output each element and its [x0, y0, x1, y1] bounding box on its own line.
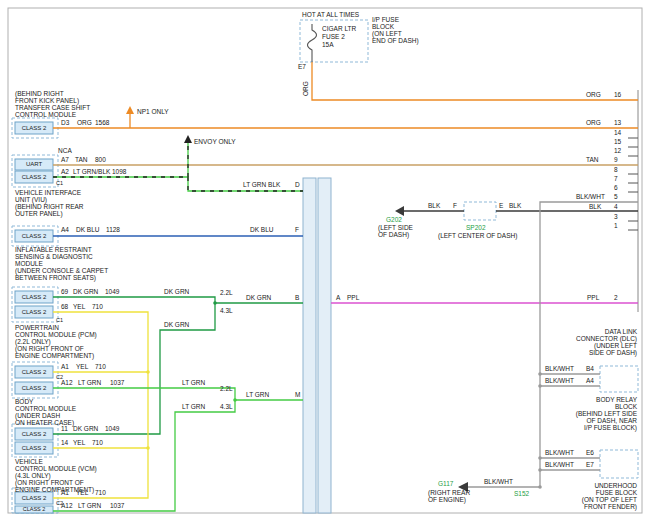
dlc-pin1-number: 1: [614, 222, 618, 229]
sdm-pin: A4: [61, 226, 69, 233]
tcase-class2-box-label: CLASS 2: [15, 122, 53, 134]
vcm-circuit1: 1049: [105, 425, 119, 432]
vcm-class2-box1-label: CLASS 2: [15, 428, 53, 440]
tcase-circuit-number: 1568: [95, 119, 109, 126]
viu-class2-box-label: CLASS 2: [15, 171, 53, 183]
bcm-wire1-label: YEL: [76, 363, 88, 370]
sp202-pin-f: F: [453, 202, 457, 209]
wiring-diagram-page: HOT AT ALL TIMES CIGAR LTR FUSE 2 15A I/…: [0, 0, 650, 521]
uh-pin2: E7: [586, 461, 594, 468]
bottom-circuit2: 1037: [110, 502, 124, 509]
uh-pin1: E6: [586, 449, 594, 456]
dlc-pin7-number: 7: [614, 175, 618, 182]
pcm-connector-id: C1: [56, 317, 63, 324]
fuse-rating: 15A: [322, 41, 334, 48]
pcm-circuit1: 1049: [105, 288, 119, 295]
tcase-pin: D3: [61, 119, 69, 126]
dlc-d-pin: D: [295, 181, 300, 188]
dlc-a-pin: A: [336, 294, 340, 301]
dlc-pin4-wire-label: BLK: [589, 203, 601, 210]
uh-wire2-label: BLK/WHT: [545, 461, 574, 468]
bcm-pin1: A1: [61, 363, 69, 370]
branch-4-3l-label-dkgrn: 4.3L: [220, 307, 233, 314]
dlc-pin16-number: 16: [614, 91, 621, 98]
dlc-pin2-number: 2: [614, 294, 618, 301]
vcm-wire1-label: DK GRN: [73, 425, 98, 432]
vcm-circuit2: 710: [92, 439, 103, 446]
bottom-wire1-label: YEL: [76, 489, 88, 496]
org-vertical-wire-label: ORG: [302, 81, 309, 96]
dlc-pin5-number: 5: [614, 193, 618, 200]
s152-splice-link[interactable]: S152: [514, 490, 529, 497]
pcm-pin1: 69: [61, 288, 68, 295]
bcm-circuit2: 1037: [110, 379, 124, 386]
bcm-wire2-label: LT GRN: [78, 379, 101, 386]
viu-pin1: A7: [61, 156, 69, 163]
dkgrn-branch-label-upper: DK GRN: [164, 288, 189, 295]
bottom-pin2: A12: [61, 502, 73, 509]
sdm-module-label: INFLATABLE RESTRAINT SENSING & DIAGNOSTI…: [15, 246, 108, 281]
pcm-wire1-label: DK GRN: [73, 288, 98, 295]
pcm-module-label: POWERTRAIN CONTROL MODULE (PCM) (2.2L ON…: [15, 324, 97, 359]
sdm-class2-box-label: CLASS 2: [15, 230, 53, 242]
dlc-m-wire-label: LT GRN: [246, 391, 269, 398]
g202-location-label: (LEFT SIDE OF DASH): [378, 224, 413, 238]
dlc-pin14-number: 14: [614, 129, 621, 136]
pcm-circuit2: 710: [92, 303, 103, 310]
bottom-class2-box2-label: CLASS 2: [15, 506, 53, 513]
relay-wire1-label: BLK/WHT: [545, 365, 574, 372]
bcm-circuit1: 710: [95, 363, 106, 370]
dlc-pin13-wire-label: ORG: [586, 119, 601, 126]
ltgrn-branch-label-upper: LT GRN: [182, 379, 205, 386]
sdm-wire-label: DK BLU: [76, 226, 99, 233]
sp202-location-label: (LEFT CENTER OF DASH): [438, 232, 517, 239]
dlc-f-pin: F: [295, 226, 299, 233]
dlc-pin9-number: 9: [614, 156, 618, 163]
vcm-wire2-label: YEL: [73, 439, 85, 446]
relay-wire2-label: BLK/WHT: [545, 377, 574, 384]
dlc-pin15-number: 15: [614, 138, 621, 145]
dlc-pin3-number: 3: [614, 213, 618, 220]
vcm-module-label: VEHICLE CONTROL MODULE (VCM) (4.3L ONLY)…: [15, 458, 97, 493]
pcm-pin2: 68: [61, 303, 68, 310]
underhood-fuse-block-label: UNDERHOOD FUSE BLOCK (ON TOP OF LEFT FRO…: [582, 482, 637, 510]
viu-pin2: A2: [61, 168, 69, 175]
vcm-pin2: 14: [61, 439, 68, 446]
bottom-class2-box1-label: CLASS 2: [15, 492, 53, 504]
sdm-circuit: 1128: [106, 226, 120, 233]
dlc-pin4-number: 4: [614, 203, 618, 210]
fuse-name-line1: CIGAR LTR: [322, 25, 356, 32]
pcm-class2-box1-label: CLASS 2: [15, 291, 53, 303]
dlc-m-pin: M: [295, 391, 300, 398]
ppl-wire-label: PPL: [347, 294, 359, 301]
g117-wire-label: BLK/WHT: [484, 478, 513, 485]
uh-wire1-label: BLK/WHT: [545, 449, 574, 456]
g117-ground-link[interactable]: G117: [438, 480, 453, 487]
uart-box-label: UART: [15, 159, 53, 170]
bcm-module-label: BODY CONTROL MODULE (UNDER DASH ON HEATE…: [15, 398, 76, 426]
bcm-pin2: A12: [61, 379, 73, 386]
tcase-wire-label: ORG: [77, 119, 92, 126]
relay-pin2: A4: [586, 377, 594, 384]
dlc-pin9-wire-label: TAN: [586, 156, 599, 163]
fuse-name-line2: FUSE 2: [322, 33, 345, 40]
hot-at-all-times-label: HOT AT ALL TIMES: [302, 11, 359, 18]
sp202-splice-link[interactable]: SP202: [466, 224, 486, 231]
g202-ground-link[interactable]: G202: [386, 216, 402, 223]
dlc-b-pin: B: [295, 294, 299, 301]
viu-circuit1: 800: [95, 156, 106, 163]
bcm-class2-box1-label: CLASS 2: [15, 366, 53, 378]
branch-2-2l-label-ltgrn: 2.2L: [220, 385, 233, 392]
dlc-f-wire-label: DK BLU: [250, 226, 273, 233]
viu-circuit2: 1098: [112, 168, 126, 175]
dlc-pin16-wire-label: ORG: [586, 91, 601, 98]
dlc-pin8-number: 8: [614, 166, 618, 173]
ltgrn-branch-label-lower: LT GRN: [182, 403, 205, 410]
dlc-pin13-number: 13: [614, 119, 621, 126]
np1-only-note: NP1 ONLY: [137, 108, 169, 115]
dlc-pin12-number: 12: [614, 147, 621, 154]
pcm-wire2-label: YEL: [73, 303, 85, 310]
g202-wire-label: BLK: [428, 202, 440, 209]
viu-wire1-label: TAN: [75, 156, 88, 163]
dkgrn-branch-label-lower: DK GRN: [164, 321, 189, 328]
